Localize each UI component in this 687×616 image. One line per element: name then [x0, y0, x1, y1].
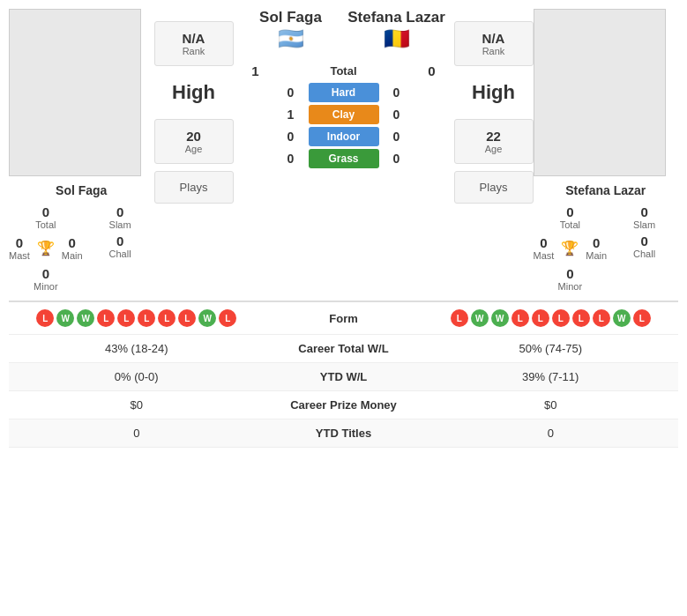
right-total-box: 0 Total: [534, 204, 608, 230]
left-plays-box: Plays: [154, 171, 234, 204]
left-slam-box: 0 Slam: [86, 204, 154, 230]
left-grass-score: 0: [273, 152, 309, 166]
center-right-name: Stefana Lazar: [344, 9, 450, 26]
right-slam-label: Slam: [633, 219, 655, 230]
bottom-stat-row-0: 43% (18-24)Career Total W/L50% (74-75): [9, 335, 678, 363]
left-mast-value: 0: [16, 235, 23, 250]
bottom-left-0: 43% (18-24): [18, 342, 256, 355]
form-badge-l: L: [451, 309, 468, 327]
form-badge-l: L: [219, 309, 236, 327]
center-col: Sol Faga 🇦🇷 Stefana Lazar 🇷🇴 1 Total 0 0…: [234, 9, 454, 292]
form-badge-l: L: [572, 309, 590, 327]
left-rank-value: N/A: [168, 31, 220, 46]
surface-btn-grass[interactable]: Grass: [309, 149, 379, 168]
bottom-left-2: $0: [18, 398, 256, 412]
left-info-col: N/A Rank High 20 Age Plays: [154, 9, 234, 292]
surface-row-grass: 0Grass0: [273, 149, 414, 168]
left-main-box: 0 Main: [62, 235, 83, 261]
bottom-right-3: 0: [432, 427, 670, 440]
right-clay-score: 0: [379, 108, 414, 122]
right-player-photo-col: Stefana Lazar 0 Total 0 Slam 0 Mast 🏆: [534, 9, 679, 292]
form-badge-l: L: [593, 309, 610, 327]
bottom-label-1: YTD W/L: [256, 370, 432, 383]
bottom-section: LWWLLLLLWL Form LWWLLLLLWL 43% (18-24)Ca…: [9, 301, 678, 448]
right-name-flag: Stefana Lazar 🇷🇴: [344, 9, 450, 51]
right-info-col: N/A Rank High 22 Age Plays: [454, 9, 534, 292]
right-chall-label: Chall: [633, 249, 655, 259]
right-mast-value: 0: [540, 235, 547, 250]
form-badge-w: W: [491, 309, 509, 327]
form-badge-l: L: [117, 309, 135, 327]
right-hard-score: 0: [379, 85, 414, 100]
left-mast-label: Mast: [9, 250, 30, 261]
left-age-label: Age: [168, 144, 220, 154]
left-total-label: Total: [35, 219, 56, 230]
right-minor-box: 0 Minor: [534, 266, 608, 292]
left-minor-value: 0: [42, 266, 49, 281]
right-form-row: LWWLLLLLWL: [432, 309, 670, 327]
left-trophy-row: 0 Mast 🏆 0 Main: [9, 235, 83, 261]
bottom-stat-row-1: 0% (0-0)YTD W/L39% (7-11): [9, 363, 678, 391]
left-name-flag: Sol Faga 🇦🇷: [238, 9, 344, 51]
surface-btn-clay[interactable]: Clay: [309, 105, 379, 124]
bottom-left-3: 0: [18, 427, 256, 440]
right-chall-box: 0 Chall: [610, 234, 678, 263]
left-total-value: 0: [42, 204, 49, 219]
right-rank-value: N/A: [468, 31, 519, 46]
right-plays-box: Plays: [454, 171, 534, 204]
right-trophy-row: 0 Mast 🏆 0 Main: [534, 235, 608, 261]
form-badge-w: W: [613, 309, 631, 327]
right-chall-value: 0: [640, 234, 647, 249]
names-flags-row: Sol Faga 🇦🇷 Stefana Lazar 🇷🇴: [238, 9, 450, 51]
right-age-value: 22: [468, 129, 519, 144]
right-age-label: Age: [468, 144, 519, 154]
right-rank-box: N/A Rank: [454, 21, 534, 66]
surface-row-indoor: 0Indoor0: [273, 127, 414, 146]
right-age-box: 22 Age: [454, 119, 534, 164]
form-badge-l: L: [158, 309, 175, 327]
total-label: Total: [273, 64, 414, 78]
form-badge-w: W: [56, 309, 74, 327]
right-total-score: 0: [414, 63, 450, 78]
surface-btn-hard[interactable]: Hard: [309, 83, 379, 102]
right-indoor-score: 0: [379, 130, 414, 144]
left-trophy-icon: 🏆: [37, 240, 55, 256]
left-form-badges: LWWLLLLLWL: [18, 309, 256, 327]
left-chall-box: 0 Chall: [86, 234, 154, 263]
left-player-photo: [9, 9, 141, 176]
left-main-label: Main: [62, 250, 83, 261]
form-badge-l: L: [97, 309, 115, 327]
right-high-text: High: [472, 77, 515, 108]
left-rank-box: N/A Rank: [154, 21, 234, 66]
right-slam-box: 0 Slam: [610, 204, 678, 230]
form-badge-w: W: [77, 309, 94, 327]
bottom-right-0: 50% (74-75): [432, 342, 670, 355]
right-high-container: High: [472, 70, 515, 115]
left-age-value: 20: [168, 129, 220, 144]
surface-row-hard: 0Hard0: [273, 83, 414, 102]
left-flag: 🇦🇷: [238, 26, 344, 51]
bottom-label-0: Career Total W/L: [256, 342, 432, 355]
right-flag: 🇷🇴: [344, 26, 450, 51]
left-hard-score: 0: [273, 85, 309, 100]
surface-btn-indoor[interactable]: Indoor: [309, 127, 379, 146]
left-player-stats: 0 Total 0 Slam 0 Mast 🏆 0 Main: [9, 204, 154, 292]
main-container: Sol Faga 0 Total 0 Slam 0 Mast 🏆: [0, 0, 687, 456]
right-main-value: 0: [593, 235, 600, 250]
form-badge-l: L: [138, 309, 155, 327]
right-minor-label: Minor: [558, 281, 583, 292]
left-age-box: 20 Age: [154, 119, 234, 164]
form-row: LWWLLLLLWL Form LWWLLLLLWL: [9, 302, 678, 335]
right-plays-label: Plays: [468, 181, 519, 194]
left-clay-score: 1: [273, 108, 309, 122]
left-minor-box: 0 Minor: [9, 266, 83, 292]
right-player-stats: 0 Total 0 Slam 0 Mast 🏆 0 Main: [534, 204, 679, 292]
form-badge-l: L: [512, 309, 529, 327]
left-form-row: LWWLLLLLWL: [18, 309, 256, 327]
form-badge-l: L: [552, 309, 570, 327]
left-slam-value: 0: [116, 204, 123, 219]
left-total-box: 0 Total: [9, 204, 83, 230]
form-label: Form: [256, 312, 432, 325]
left-plays-label: Plays: [168, 181, 220, 194]
bottom-stat-rows: 43% (18-24)Career Total W/L50% (74-75)0%…: [9, 335, 678, 448]
